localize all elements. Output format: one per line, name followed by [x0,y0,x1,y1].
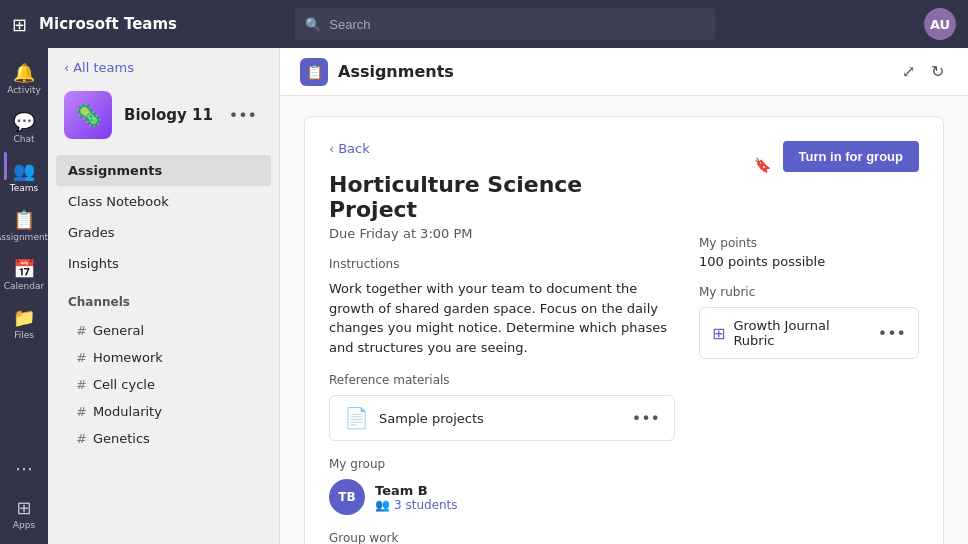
expand-icon[interactable]: ⤢ [898,58,919,85]
group-work-label: Group work [329,531,675,544]
files-icon: 📁 [13,307,35,328]
back-label: Back [338,141,370,156]
instructions-label: Instructions [329,257,675,271]
reference-more-button[interactable]: ••• [632,409,660,428]
rubric-card[interactable]: ⊞ Growth Journal Rubric ••• [699,307,919,359]
team-avatar: 🦠 [64,91,112,139]
bookmark-icon[interactable]: 🔖 [750,153,775,177]
rail-label-apps: Apps [13,520,35,530]
card-top-actions: 🔖 Turn in for group [699,141,919,188]
group-students: 👥 3 students [375,498,458,512]
avatar[interactable]: AU [924,8,956,40]
channels-list: General Homework Cell cycle Modularity G… [48,313,279,456]
students-icon: 👥 [375,498,390,512]
group-info: Team B 👥 3 students [375,483,458,512]
content-area: 📋 Assignments ⤢ ↻ ‹ Back Horticulture Sc… [280,48,968,544]
assignments-rail-icon: 📋 [13,209,35,230]
instructions-body: Work together with your team to document… [329,279,675,357]
content-header: 📋 Assignments ⤢ ↻ [280,48,968,96]
sidebar-nav-class-notebook[interactable]: Class Notebook [56,186,271,217]
points-section: My points 100 points possible [699,236,919,269]
rail-item-more[interactable]: ⋯ [4,452,44,487]
students-count: 3 students [394,498,458,512]
points-label: My points [699,236,919,250]
rail-label-chat: Chat [13,134,34,144]
assignment-title: Horticulture Science Project [329,172,675,222]
channel-modularity[interactable]: Modularity [56,398,271,425]
group-avatar: TB [329,479,365,515]
channel-homework[interactable]: Homework [56,344,271,371]
points-value: 100 points possible [699,254,919,269]
group-name: Team B [375,483,458,498]
team-more-button[interactable]: ••• [223,104,263,127]
rail-item-files[interactable]: 📁 Files [4,301,44,346]
rail-item-calendar[interactable]: 📅 Calendar [4,252,44,297]
left-rail: 🔔 Activity 💬 Chat 👥 Teams 📋 Assignments … [0,48,48,544]
back-link[interactable]: ‹ Back [329,141,675,156]
rail-item-assignments[interactable]: 📋 Assignments [4,203,44,248]
rail-item-apps[interactable]: ⊞ Apps [4,491,44,536]
rail-label-calendar: Calendar [4,281,44,291]
back-to-all-teams[interactable]: ‹ All teams [48,48,279,83]
rail-item-teams[interactable]: 👥 Teams [4,154,44,199]
team-name: Biology 11 [124,106,213,124]
group-label: My group [329,457,675,471]
topbar: ⊞ Microsoft Teams 🔍 AU [0,0,968,48]
content-scroll: ‹ Back Horticulture Science Project Due … [280,96,968,544]
group-card: TB Team B 👥 3 students [329,479,675,515]
assignment-right: 🔖 Turn in for group My points 100 points… [699,141,919,544]
header-actions: ⤢ ↻ [898,58,948,85]
rail-label-assignments: Assignments [0,232,53,242]
sidebar-nav: Assignments Class Notebook Grades Insigh… [48,151,279,283]
reference-card[interactable]: 📄 Sample projects ••• [329,395,675,441]
rubric-label: My rubric [699,285,919,299]
reference-name: Sample projects [379,411,622,426]
reference-file-icon: 📄 [344,406,369,430]
assignment-main: ‹ Back Horticulture Science Project Due … [329,141,675,544]
rubric-more-button[interactable]: ••• [878,324,906,343]
turn-in-button[interactable]: Turn in for group [783,141,919,172]
rail-label-files: Files [14,330,34,340]
activity-icon: 🔔 [13,62,35,83]
rail-label-activity: Activity [7,85,41,95]
assignment-due: Due Friday at 3:00 PM [329,226,675,241]
search-bar[interactable]: 🔍 [295,8,715,40]
assignments-header-icon: 📋 [300,58,328,86]
rail-label-teams: Teams [10,183,38,193]
active-indicator [4,152,7,180]
all-teams-label: All teams [73,60,134,75]
rubric-name: Growth Journal Rubric [733,318,869,348]
content-header-title: Assignments [338,62,454,81]
refresh-icon[interactable]: ↻ [927,58,948,85]
reference-label: Reference materials [329,373,675,387]
main-layout: 🔔 Activity 💬 Chat 👥 Teams 📋 Assignments … [0,48,968,544]
sidebar-nav-insights[interactable]: Insights [56,248,271,279]
sidebar-nav-assignments[interactable]: Assignments [56,155,271,186]
channel-general[interactable]: General [56,317,271,344]
apps-icon: ⊞ [16,497,31,518]
chevron-left-icon: ‹ [64,60,69,75]
grid-icon[interactable]: ⊞ [12,14,27,35]
calendar-icon: 📅 [13,258,35,279]
channel-cell-cycle[interactable]: Cell cycle [56,371,271,398]
sidebar-nav-grades[interactable]: Grades [56,217,271,248]
teams-icon: 👥 [13,160,35,181]
app-title: Microsoft Teams [39,15,177,33]
channel-genetics[interactable]: Genetics [56,425,271,452]
chat-icon: 💬 [13,111,35,132]
rail-item-chat[interactable]: 💬 Chat [4,105,44,150]
back-chevron-icon: ‹ [329,141,334,156]
rubric-icon: ⊞ [712,324,725,343]
sidebar: ‹ All teams 🦠 Biology 11 ••• Assignments… [48,48,280,544]
search-icon: 🔍 [305,17,321,32]
search-input[interactable] [329,17,705,32]
rail-item-activity[interactable]: 🔔 Activity [4,56,44,101]
assignment-card: ‹ Back Horticulture Science Project Due … [304,116,944,544]
team-name-row: Biology 11 ••• [124,104,263,127]
more-icon: ⋯ [15,458,33,479]
channels-label: Channels [48,283,279,313]
team-header: 🦠 Biology 11 ••• [48,83,279,151]
